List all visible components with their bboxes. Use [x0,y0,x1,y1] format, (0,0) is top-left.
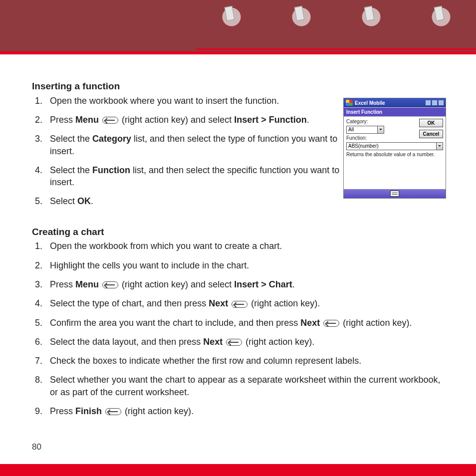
status-icons [426,100,444,105]
header-banner [0,0,476,51]
list-item: 8.Select whether you want the chart to a… [50,374,446,398]
page: Inserting a function 1.Open the workbook… [0,0,476,476]
person-photo [336,3,406,48]
list-item: 2.Highlight the cells you want to includ… [50,259,446,271]
list-item: 5. Confirm the area you want the chart t… [50,317,446,329]
category-value: All [348,127,354,132]
bold-function: Function [92,165,130,175]
cancel-button[interactable]: Cancel [419,130,443,138]
screenshot-app-title: Excel Mobile [355,100,424,106]
windows-flag-icon [346,100,353,106]
list-item: 3. Select the Category list, and then se… [50,133,341,157]
bold-category: Category [92,134,131,144]
action-key-icon [226,339,242,346]
step-text: (right action key). [245,337,314,347]
step-text: Open the workbook from which you want to… [50,241,282,251]
function-value: ABS(number) [348,143,379,149]
excel-mobile-screenshot: Excel Mobile Insert Function Category: A… [343,98,446,199]
inserting-function-steps: 1.Open the workbook where you want to in… [32,95,341,208]
page-number: 80 [32,442,41,452]
person-photo [197,3,266,48]
bold-menu: Menu [75,115,99,125]
step-text: Press [50,279,75,289]
step-text: (right action key). [251,298,320,308]
action-key-icon [102,117,118,124]
list-item: 2. Press Menu (right action key) and sel… [50,114,341,126]
step-text: . [292,279,295,289]
step-text: Select the type of chart, and then press [50,298,209,308]
step-text: Open the workbook where you want to inse… [50,96,279,106]
step-text: Press [50,406,75,416]
step-text: Highlight the cells you want to include … [50,260,249,270]
bold-path: Insert > Function [234,115,307,125]
bold-finish: Finish [75,406,102,416]
status-icon [426,100,431,105]
bold-path: Insert > Chart [234,279,292,289]
step-text: (right action key) and select [122,115,234,125]
action-key-icon [102,281,118,288]
keyboard-icon[interactable] [390,191,399,197]
list-item: 3. Press Menu (right action key) and sel… [50,278,446,290]
step-text: Select the [50,165,92,175]
battery-icon [439,100,444,105]
action-key-icon [323,320,339,327]
bottom-red-bar [0,464,476,476]
ok-button[interactable]: OK [419,119,443,127]
bold-next: Next [203,337,223,347]
section-heading-inserting-function: Inserting a function [32,80,446,93]
function-description: Returns the absolute value of a number. [346,152,443,157]
action-key-icon [105,408,121,415]
blank-area [346,159,443,188]
signal-icon [432,100,437,105]
header-photo-strip [197,0,476,50]
bold-ok: OK [77,196,91,206]
step-text: (right action key). [125,406,194,416]
function-select[interactable]: ABS(number) [346,142,443,150]
bold-next: Next [300,318,320,328]
step-text: (right action key) and select [122,279,234,289]
step-text: Select the [50,134,92,144]
list-item: 4. Select the Function list, and then se… [50,164,341,189]
bold-menu: Menu [75,279,99,289]
step-text: Select [50,196,77,206]
list-item: 9. Press Finish (right action key). [50,405,446,417]
step-text: Select whether you want the chart to app… [50,375,440,397]
screenshot-titlebar: Excel Mobile [344,98,446,107]
list-item: 1.Open the workbook from which you want … [50,240,446,252]
category-select[interactable]: All [346,126,384,134]
step-text: Select the data layout, and then press [50,337,203,347]
list-item: 4. Select the type of chart, and then pr… [50,297,446,309]
step-text: Confirm the area you want the chart to i… [50,318,300,328]
person-photo [266,3,336,48]
screenshot-footer [344,189,446,198]
step-text: . [91,196,93,206]
creating-chart-steps: 1.Open the workbook from which you want … [32,240,446,417]
person-photo [406,3,476,48]
list-item: 6. Select the data layout, and then pres… [50,336,446,348]
list-item: 7.Check the boxes to indicate whether th… [50,355,446,367]
step-text: Check the boxes to indicate whether the … [50,356,361,366]
action-key-icon [232,301,247,308]
step-text: Press [50,115,75,125]
step-text: (right action key). [343,318,412,328]
screenshot-dialog-title: Insert Function [344,107,446,117]
step-text: . [307,115,309,125]
function-label: Function: [346,135,373,141]
list-item: 5. Select OK. [50,195,341,207]
list-item: 1.Open the workbook where you want to in… [50,95,341,107]
red-divider [0,51,476,54]
bold-next: Next [209,298,228,308]
category-label: Category: [346,119,373,124]
section-heading-creating-chart: Creating a chart [32,226,446,238]
